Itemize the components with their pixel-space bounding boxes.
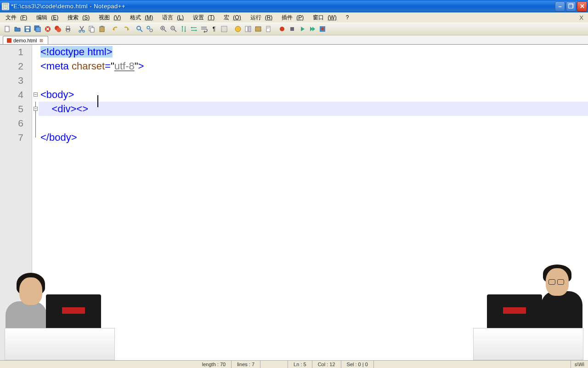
status-sel: Sel : 0 | 0	[341, 361, 374, 368]
menu-window[interactable]: 窗口(W)	[309, 13, 340, 23]
svg-rect-37	[245, 26, 248, 32]
tab-close-icon[interactable]: ⊠	[39, 38, 44, 43]
toolbar: ¶	[0, 23, 588, 35]
indent-guide-icon[interactable]	[220, 24, 229, 34]
svg-point-49	[321, 28, 324, 30]
svg-point-18	[83, 30, 85, 32]
redo-icon[interactable]	[121, 24, 130, 34]
fold-box-icon[interactable]	[34, 92, 38, 97]
tab-filename: demo.html	[13, 38, 37, 43]
svg-rect-3	[4, 7, 7, 8]
replace-icon[interactable]	[145, 24, 154, 34]
menu-view[interactable]: 视图(V)	[95, 13, 124, 23]
cut-icon[interactable]	[77, 24, 86, 34]
menu-help[interactable]: ?	[342, 13, 353, 22]
svg-point-36	[235, 26, 241, 32]
code-line[interactable]: <body>	[39, 87, 588, 102]
svg-rect-8	[26, 29, 29, 31]
tab-bar: demo.html ⊠	[0, 35, 588, 45]
menu-language[interactable]: 语言(L)	[158, 13, 187, 23]
svg-rect-38	[249, 26, 251, 32]
status-length: length : 70	[197, 361, 232, 368]
play-macro-icon[interactable]	[298, 24, 307, 34]
record-macro-icon[interactable]	[277, 24, 287, 34]
close-file-icon[interactable]	[43, 24, 52, 34]
find-icon[interactable]	[135, 24, 144, 34]
menu-plugins[interactable]: 插件(P)	[278, 13, 307, 23]
code-line[interactable]: <div><>	[39, 102, 588, 116]
menu-bar: 文件(F) 编辑(E) 搜索(S) 视图(V) 格式(M) 语言(L) 设置(T…	[0, 12, 588, 23]
save-icon[interactable]	[23, 24, 32, 34]
code-area[interactable]: <!doctype html><meta charset="utf-8"><bo…	[39, 45, 588, 360]
menu-file[interactable]: 文件(F)	[2, 13, 31, 23]
svg-rect-39	[255, 27, 261, 31]
window-title: *E:\css3\2\code\demo.html - Notepad++	[11, 3, 554, 10]
status-ln: Ln : 5	[288, 361, 312, 368]
zoom-in-icon[interactable]	[159, 24, 168, 34]
file-tab[interactable]: demo.html ⊠	[3, 36, 48, 44]
svg-rect-15	[67, 26, 69, 29]
print-icon[interactable]	[63, 24, 73, 34]
code-editor[interactable]: 1 2 3 4 5 6 7 <!doctype html><meta chars…	[0, 45, 588, 360]
svg-marker-31	[184, 31, 186, 32]
code-line[interactable]	[39, 73, 588, 87]
svg-marker-45	[301, 27, 305, 31]
svg-rect-16	[67, 30, 69, 32]
svg-marker-47	[312, 27, 315, 31]
save-all-icon[interactable]	[33, 24, 42, 34]
svg-point-17	[79, 30, 81, 32]
svg-rect-21	[100, 27, 104, 32]
svg-point-43	[280, 27, 284, 31]
doc-map-icon[interactable]	[264, 24, 273, 34]
svg-marker-34	[204, 30, 205, 33]
paste-icon[interactable]	[97, 24, 107, 34]
file-modified-icon	[7, 38, 11, 43]
status-col: Col : 12	[312, 361, 341, 368]
code-line[interactable]: </body>	[39, 130, 588, 144]
copy-icon[interactable]	[87, 24, 96, 34]
status-enc: s\Wi	[571, 361, 588, 368]
status-bar: length : 70 lines : 7 Ln : 5 Col : 12 Se…	[0, 360, 588, 368]
undo-icon[interactable]	[111, 24, 120, 34]
word-wrap-icon[interactable]	[199, 24, 209, 34]
close-button[interactable]: ✕	[577, 1, 587, 12]
stop-macro-icon[interactable]	[288, 24, 297, 34]
svg-point-27	[150, 29, 153, 32]
close-all-icon[interactable]	[53, 24, 62, 34]
code-line[interactable]: <!doctype html>	[39, 45, 588, 59]
menu-edit[interactable]: 编辑(E)	[33, 13, 62, 23]
folder-tree-icon[interactable]	[254, 24, 263, 34]
sync-h-icon[interactable]	[189, 24, 198, 34]
zoom-out-icon[interactable]	[169, 24, 178, 34]
minimize-button[interactable]: –	[555, 1, 565, 12]
svg-rect-44	[290, 27, 294, 31]
menu-search[interactable]: 搜索(S)	[64, 13, 93, 23]
play-multi-icon[interactable]	[308, 24, 317, 34]
menu-settings[interactable]: 设置(T)	[189, 13, 218, 23]
new-file-icon[interactable]	[3, 24, 12, 34]
maximize-button[interactable]: ❐	[566, 1, 576, 12]
lang-icon[interactable]	[233, 24, 243, 34]
svg-rect-41	[267, 27, 270, 28]
sync-v-icon[interactable]	[179, 24, 188, 34]
svg-rect-1	[4, 5, 7, 5]
app-icon	[2, 3, 9, 10]
svg-marker-32	[191, 27, 192, 29]
svg-rect-42	[267, 28, 269, 29]
save-macro-icon[interactable]	[318, 24, 327, 34]
code-line[interactable]	[39, 116, 588, 130]
show-chars-icon[interactable]: ¶	[209, 24, 219, 34]
menu-x-button[interactable]: X	[577, 13, 585, 22]
menu-run[interactable]: 运行(R)	[247, 13, 277, 23]
fold-box-icon[interactable]	[34, 107, 38, 111]
svg-rect-10	[36, 27, 40, 32]
open-file-icon[interactable]	[13, 24, 22, 34]
menu-macro[interactable]: 宏(O)	[220, 13, 244, 23]
svg-rect-7	[26, 27, 29, 29]
svg-marker-30	[181, 26, 183, 27]
code-line[interactable]: <meta charset="utf-8">	[39, 59, 588, 73]
menu-format[interactable]: 格式(M)	[126, 13, 157, 23]
func-list-icon[interactable]	[243, 24, 253, 34]
fold-column	[32, 45, 39, 360]
svg-rect-22	[101, 26, 103, 27]
